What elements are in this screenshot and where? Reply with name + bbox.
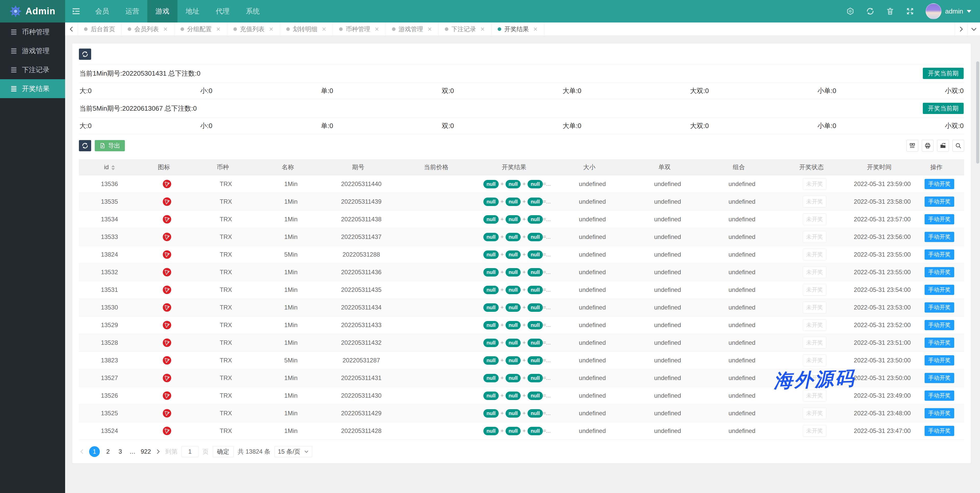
tab[interactable]: 划转明细: [280, 22, 333, 35]
next-page-button[interactable]: [155, 448, 161, 455]
prev-page-button[interactable]: [79, 448, 85, 455]
confirm-button[interactable]: 确定: [213, 446, 234, 457]
refresh-icon[interactable]: [866, 7, 875, 16]
trash-icon[interactable]: [886, 7, 894, 16]
manual-draw-button[interactable]: 手动开奖: [924, 408, 954, 418]
column-header[interactable]: 图标: [140, 159, 194, 176]
per-page-select[interactable]: 15 条/页: [275, 446, 312, 457]
tab-close-icon[interactable]: [427, 27, 432, 32]
user-avatar[interactable]: [926, 3, 942, 19]
print-button[interactable]: [922, 140, 934, 152]
search-button[interactable]: [953, 140, 964, 152]
page-number[interactable]: 2: [104, 448, 112, 455]
trx-coin-icon: [163, 391, 171, 400]
column-header[interactable]: 名称: [258, 159, 324, 176]
column-header[interactable]: 大小: [554, 159, 630, 176]
tab-close-icon[interactable]: [216, 27, 221, 32]
column-header[interactable]: 开奖时间: [850, 159, 915, 176]
tab-close-icon[interactable]: [269, 27, 274, 32]
tab[interactable]: 开奖结果: [492, 22, 544, 35]
cell-price: [399, 405, 480, 422]
tab[interactable]: 后台首页: [78, 22, 121, 35]
trx-coin-icon: [163, 338, 171, 347]
scrollbar-thumb[interactable]: [976, 61, 979, 164]
manual-draw-button[interactable]: 手动开奖: [924, 426, 954, 436]
brand-logo[interactable]: Admin: [0, 0, 65, 22]
nav-item[interactable]: 运营: [117, 0, 147, 22]
page-number[interactable]: 922: [141, 448, 151, 455]
manual-draw-button[interactable]: 手动开奖: [924, 196, 954, 207]
sidebar-collapse-button[interactable]: [65, 0, 87, 22]
manual-draw-button[interactable]: 手动开奖: [924, 373, 954, 383]
column-header[interactable]: 币种: [194, 159, 258, 176]
column-header[interactable]: id: [79, 159, 140, 176]
manual-draw-button[interactable]: 手动开奖: [924, 285, 954, 295]
manual-draw-button[interactable]: 手动开奖: [924, 249, 954, 260]
column-header[interactable]: 组合: [705, 159, 779, 176]
panel-refresh-button[interactable]: [79, 49, 91, 60]
export-button[interactable]: 导出: [95, 140, 125, 151]
sidebar-item[interactable]: 下注记录: [0, 60, 65, 79]
tab-close-icon[interactable]: [480, 27, 485, 32]
tabs: 后台首页 会员列表 分组配置: [78, 22, 955, 35]
tabs-scroll-right-button[interactable]: [955, 22, 967, 35]
manual-draw-button[interactable]: 手动开奖: [924, 302, 954, 313]
tab-close-icon[interactable]: [374, 27, 379, 32]
column-header[interactable]: 期号: [324, 159, 398, 176]
cell-combo: undefined: [705, 352, 779, 369]
column-header[interactable]: 操作: [915, 159, 964, 176]
table-refresh-button[interactable]: [79, 140, 91, 151]
filter-columns-button[interactable]: [907, 140, 918, 152]
tab[interactable]: 分组配置: [174, 22, 227, 35]
tab[interactable]: 币种管理: [333, 22, 386, 35]
column-header[interactable]: 当前价格: [399, 159, 480, 176]
cell-price: [399, 352, 480, 369]
manual-draw-button[interactable]: 手动开奖: [924, 232, 954, 242]
draw-current-period-button-1min[interactable]: 开奖当前期: [923, 68, 964, 79]
tab[interactable]: 下注记录: [439, 22, 492, 35]
nav-item[interactable]: 游戏: [147, 0, 177, 22]
manual-draw-button[interactable]: 手动开奖: [924, 267, 954, 277]
column-header[interactable]: 开奖结果: [480, 159, 554, 176]
column-header[interactable]: 单双: [630, 159, 705, 176]
table-row: 13824 TRX 5Min 20220531288 nu: [79, 246, 964, 263]
tab[interactable]: 游戏管理: [386, 22, 439, 35]
cell-time: 2022-05-31 23:57:00: [850, 211, 915, 228]
sidebar-item[interactable]: 币种管理: [0, 22, 65, 41]
tabs-scroll-left-button[interactable]: [65, 22, 78, 35]
column-header[interactable]: 开奖状态: [779, 159, 850, 176]
nav-item[interactable]: 会员: [87, 0, 117, 22]
hexagon-cache-icon[interactable]: [846, 7, 854, 16]
page-number[interactable]: 3: [116, 448, 124, 455]
tabs-menu-button[interactable]: [967, 22, 980, 35]
manual-draw-button[interactable]: 手动开奖: [924, 355, 954, 365]
manual-draw-button[interactable]: 手动开奖: [924, 320, 954, 330]
tab-close-icon[interactable]: [163, 27, 168, 32]
cell-parity: undefined: [630, 211, 705, 228]
manual-draw-button[interactable]: 手动开奖: [924, 214, 954, 224]
nav-item[interactable]: 代理: [208, 0, 238, 22]
manual-draw-button[interactable]: 手动开奖: [924, 338, 954, 348]
tab[interactable]: 充值列表: [227, 22, 280, 35]
draw-current-period-button-5min[interactable]: 开奖当前期: [923, 103, 964, 114]
export-data-button[interactable]: [937, 140, 949, 152]
user-menu[interactable]: admin: [926, 3, 971, 19]
status-badge: 未开奖: [803, 214, 826, 225]
tab[interactable]: 会员列表: [121, 22, 174, 35]
sidebar-item[interactable]: 开奖结果: [0, 79, 65, 98]
fullscreen-icon[interactable]: [906, 7, 915, 16]
result-pill: null: [484, 303, 499, 312]
nav-item[interactable]: 系统: [238, 0, 268, 22]
manual-draw-button[interactable]: 手动开奖: [924, 179, 954, 189]
nav-item[interactable]: 地址: [177, 0, 208, 22]
manual-draw-button[interactable]: 手动开奖: [924, 391, 954, 401]
jump-page-input[interactable]: [181, 446, 199, 457]
result-suffix: =...: [543, 234, 551, 240]
cell-id: 13527: [79, 369, 140, 387]
sidebar-item[interactable]: 游戏管理: [0, 41, 65, 60]
tab-close-icon[interactable]: [533, 27, 538, 32]
tab-close-icon[interactable]: [321, 27, 326, 32]
page-number[interactable]: 1: [89, 446, 100, 457]
sort-icon[interactable]: [111, 165, 115, 170]
page-number[interactable]: …: [129, 448, 137, 455]
